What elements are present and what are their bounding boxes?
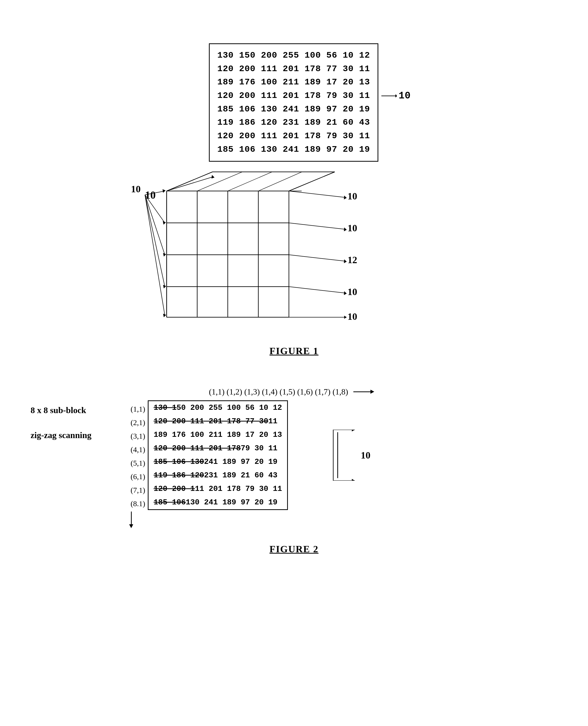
fig1-row-3: 189 176 100 211 189 17 20 13	[217, 76, 370, 89]
svg-text:10: 10	[348, 311, 357, 322]
fig2-data-box: 130 150 200 255 100 56 10 12 120 200 111…	[148, 400, 288, 510]
fig2-row-indices-col: (1,1) (2,1) (3,1) (4,1) (5,1) (6,1) (7,1…	[117, 400, 148, 528]
fig2-data-row-4: 120 200 111 201 178 79 30 11	[149, 442, 287, 455]
svg-line-47	[145, 195, 165, 316]
col-indices: (1,1) (1,2) (1,3) (1,4) (1,5) (1,6) (1,7…	[209, 387, 348, 397]
figure2-section: (1,1) (1,2) (1,3) (1,4) (1,5) (1,6) (1,7…	[30, 387, 558, 554]
fig1-row-1: 130 150 200 255 100 56 10 12	[217, 49, 370, 62]
svg-marker-15	[211, 175, 214, 179]
fig1-row-8: 185 106 130 241 189 97 20 19	[217, 143, 370, 156]
svg-marker-40	[163, 189, 166, 193]
row-idx-3: (3,1)	[117, 429, 148, 443]
svg-marker-1	[395, 94, 397, 97]
row-idx-5: (5,1)	[117, 457, 148, 470]
fig2-caption: FIGURE 2	[30, 543, 558, 554]
svg-text:10: 10	[131, 184, 141, 194]
svg-line-16	[167, 172, 212, 191]
fig1-row-5: 185 106 130 241 189 97 20 19	[217, 102, 370, 116]
fig1-row-2: 120 200 111 201 178 77 30 11	[217, 62, 370, 76]
fig2-left-labels: 8 x 8 sub-block zig-zag scanning	[30, 400, 117, 440]
figure1-section: 130 150 200 255 100 56 10 12 120 200 111…	[30, 36, 558, 357]
fig2-data-row-2: 120 200 111 201 178 77 30 11	[149, 415, 287, 428]
svg-line-20	[197, 172, 242, 191]
row-idx-2: (2,1)	[117, 416, 148, 429]
svg-marker-42	[163, 221, 166, 225]
fig2-data-row-1: 130 150 200 255 100 56 10 12	[149, 401, 287, 415]
fig1-label-10-matrix: 10	[381, 88, 411, 103]
label-subblock: 8 x 8 sub-block	[30, 405, 117, 415]
svg-marker-30	[344, 259, 347, 263]
svg-line-29	[289, 255, 345, 261]
svg-line-23	[289, 191, 345, 197]
row-idx-1: (1,1)	[117, 402, 148, 416]
svg-text:10: 10	[348, 223, 357, 233]
fig2-label-10: 10	[333, 432, 338, 478]
fig2-data-row-8: 185 106 130 241 189 97 20 19	[149, 496, 287, 509]
fig1-row-7: 120 200 111 201 178 79 30 11	[217, 129, 370, 143]
svg-marker-36	[344, 316, 347, 319]
row-idx-4: (4,1)	[117, 443, 148, 457]
svg-text:12: 12	[348, 255, 357, 265]
fig2-data-row-3: 189 176 100 211 189 17 20 13	[149, 428, 287, 442]
svg-text:10: 10	[348, 286, 357, 297]
svg-text:10: 10	[348, 191, 357, 201]
svg-line-32	[289, 287, 345, 293]
svg-line-14	[167, 177, 212, 191]
fig2-data-row-5: 185 106 130 241 189 97 20 19	[149, 455, 287, 469]
fig2-data-row-6: 119 186 120 231 189 21 60 43	[149, 469, 287, 482]
page: 130 150 200 255 100 56 10 12 120 200 111…	[0, 0, 588, 726]
fig1-data-matrix: 130 150 200 255 100 56 10 12 120 200 111…	[209, 43, 378, 162]
svg-marker-27	[344, 227, 347, 231]
row-idx-7: (7,1)	[117, 483, 148, 497]
svg-line-21	[228, 172, 272, 191]
fig1-row-4: 120 200 111 201 178 79 30 11	[217, 89, 370, 102]
fig1-row-6: 119 186 120 231 189 21 60 43	[217, 116, 370, 129]
svg-line-43	[145, 195, 165, 255]
label-zigzag: zig-zag scanning	[30, 430, 117, 440]
fig2-data-row-7: 120 200 111 201 178 79 30 11	[149, 482, 287, 496]
fig1-caption: FIGURE 1	[270, 345, 318, 357]
svg-marker-24	[344, 196, 347, 199]
row-idx-8: (8.1)	[117, 497, 148, 510]
svg-line-26	[289, 223, 345, 229]
fig1-grid-diagram: 10	[115, 169, 472, 338]
svg-marker-33	[344, 291, 347, 295]
row-idx-6: (6,1)	[117, 470, 148, 483]
